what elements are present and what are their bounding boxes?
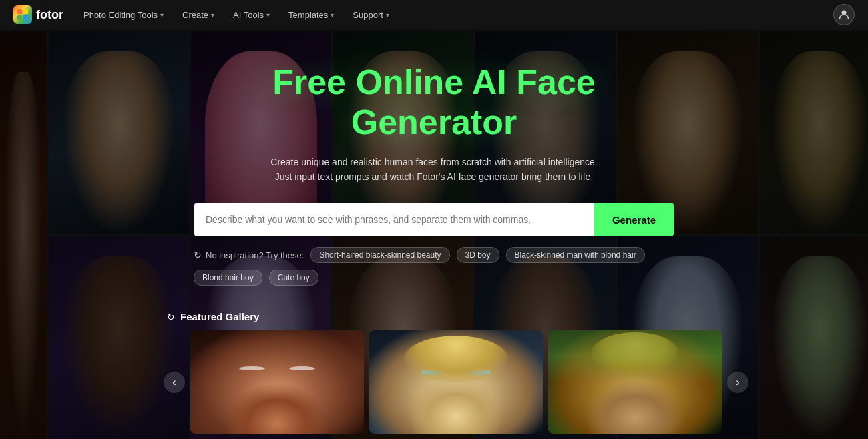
nav-photo-editing-chevron: ▾ — [160, 11, 164, 19]
gallery-header: ↻ Featured Gallery — [3, 303, 868, 330]
svg-rect-3 — [23, 15, 28, 20]
nav-ai-tools-label: AI Tools — [233, 10, 264, 20]
logo-text: fotor — [36, 8, 63, 22]
gallery-refresh-icon: ↻ — [167, 312, 175, 322]
inspiration-row: ↻ No inspiration? Try these: Short-haire… — [194, 247, 674, 286]
logo-icon — [13, 5, 32, 24]
nav-templates[interactable]: Templates ▾ — [282, 6, 341, 24]
gallery-inner: ↻ Featured Gallery ‹ — [0, 303, 868, 439]
nav-photo-editing[interactable]: Photo Editing Tools ▾ — [77, 6, 170, 24]
gallery-card-2 — [369, 330, 543, 434]
nav-photo-editing-label: Photo Editing Tools — [83, 10, 158, 20]
nav-support[interactable]: Support ▾ — [346, 6, 396, 24]
nav-support-label: Support — [353, 10, 383, 20]
nav-ai-tools[interactable]: AI Tools ▾ — [226, 6, 276, 24]
logo[interactable]: fotor — [13, 5, 63, 24]
refresh-icon[interactable]: ↻ — [194, 250, 202, 260]
svg-rect-0 — [17, 9, 22, 14]
tag-1[interactable]: Short-haired black-skinned beauty — [310, 247, 449, 263]
gallery-wrapper: ↻ Featured Gallery ‹ — [0, 303, 868, 439]
nav-create-chevron: ▾ — [211, 11, 214, 19]
carousel-arrow-left[interactable]: ‹ — [164, 372, 185, 393]
nav-create[interactable]: Create ▾ — [176, 6, 221, 24]
svg-rect-2 — [17, 15, 22, 20]
hero-title: Free Online AI Face Generator — [227, 63, 641, 143]
tag-3[interactable]: Black-skinned man with blond hair — [506, 247, 645, 263]
tag-2[interactable]: 3D boy — [457, 247, 499, 263]
svg-rect-1 — [23, 9, 28, 14]
tag-5[interactable]: Cute boy — [269, 270, 318, 286]
inspiration-label: ↻ No inspiration? Try these: — [194, 250, 304, 260]
carousel-arrow-right[interactable]: › — [727, 372, 748, 393]
tag-4[interactable]: Blond hair boy — [194, 270, 262, 286]
user-avatar-button[interactable] — [833, 4, 855, 25]
nav-ai-tools-chevron: ▾ — [266, 11, 270, 19]
prompt-input[interactable] — [194, 203, 594, 236]
gallery-card-1 — [190, 330, 364, 434]
nav-templates-chevron: ▾ — [331, 11, 334, 19]
gallery-title: Featured Gallery — [180, 311, 259, 322]
navbar: fotor Photo Editing Tools ▾ Create ▾ AI … — [0, 0, 868, 29]
nav-create-label: Create — [182, 10, 208, 20]
nav-templates-label: Templates — [288, 10, 328, 20]
hero-subtitle: Create unique and realistic human faces … — [267, 155, 601, 185]
nav-support-chevron: ▾ — [386, 11, 389, 19]
search-container: Generate — [194, 203, 674, 236]
gallery-card-3 — [548, 330, 722, 434]
generate-button[interactable]: Generate — [594, 203, 674, 236]
